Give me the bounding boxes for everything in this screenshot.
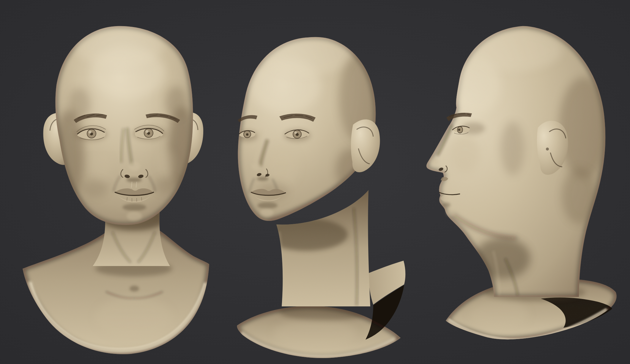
render-canvas <box>0 0 630 364</box>
sculpt-render <box>0 0 630 364</box>
